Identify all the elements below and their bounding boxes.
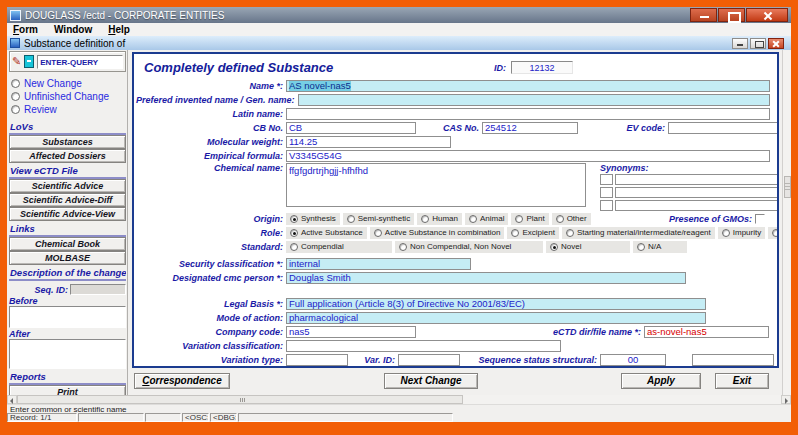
mode-of-action-field[interactable]: pharmacological — [286, 312, 706, 324]
radio-icon[interactable] — [772, 229, 779, 237]
name-field[interactable]: AS novel-nas5 — [286, 80, 770, 92]
cmc-person-label: Designated cmc person *: — [136, 273, 286, 283]
mdi-close-icon[interactable] — [768, 38, 784, 49]
sequence-status-secondary-field[interactable] — [692, 354, 774, 366]
standard-option[interactable]: Novel — [546, 241, 630, 253]
radio-icon[interactable] — [515, 215, 523, 223]
radio-icon[interactable] — [347, 215, 355, 223]
radio-icon[interactable] — [374, 229, 382, 237]
scroll-right-icon[interactable] — [781, 395, 791, 404]
ectd-name-field[interactable]: as-novel-nas5 — [644, 326, 769, 338]
latin-name-field[interactable] — [286, 108, 770, 120]
radio-icon[interactable] — [11, 92, 20, 101]
role-label: Role: — [136, 228, 286, 238]
close-icon[interactable] — [746, 8, 788, 22]
variation-type-field[interactable] — [286, 354, 348, 366]
synonym-field[interactable] — [615, 200, 779, 211]
gmo-checkbox[interactable] — [755, 214, 765, 224]
before-textarea[interactable] — [9, 306, 126, 328]
vertical-scrollbar-thumb[interactable] — [784, 176, 791, 198]
enter-query-indicator: ENTER-QUERY — [37, 55, 123, 69]
role-option[interactable]: Active Substance in combination — [370, 227, 505, 239]
origin-option[interactable]: Plant — [511, 213, 548, 225]
menu-item-window[interactable]: Window — [54, 24, 92, 35]
radio-icon[interactable] — [566, 229, 574, 237]
cmc-person-field[interactable]: Douglas Smith — [286, 272, 686, 284]
horizontal-scrollbar[interactable] — [7, 395, 791, 404]
exit-door-icon[interactable] — [24, 55, 34, 68]
after-textarea[interactable] — [9, 339, 126, 369]
radio-new-change[interactable]: New Change — [11, 77, 126, 90]
menu-item-help[interactable]: Help — [108, 24, 130, 35]
molecular-weight-field[interactable]: 114.25 — [286, 136, 451, 148]
radio-icon[interactable] — [722, 229, 730, 237]
variation-classification-field[interactable] — [286, 340, 561, 352]
radio-icon[interactable] — [11, 105, 20, 114]
menu-item-form[interactable]: Form — [13, 24, 38, 35]
apply-button[interactable]: Apply — [621, 373, 701, 389]
standard-option[interactable]: N/A — [633, 241, 687, 253]
radio-icon[interactable] — [290, 243, 298, 251]
chemical-name-textarea[interactable]: ffgfgdrtrjhgjj-hfhfhd — [286, 163, 586, 207]
maximize-icon[interactable] — [718, 8, 745, 22]
chemical-book-button[interactable]: Chemical Book — [9, 237, 126, 251]
molbase-button[interactable]: MOLBASE — [9, 251, 126, 265]
invented-name-field[interactable] — [298, 94, 770, 106]
vertical-scrollbar[interactable] — [782, 50, 791, 395]
company-code-field[interactable]: nas5 — [286, 326, 416, 338]
status-cell — [238, 413, 453, 422]
seq-id-field[interactable] — [70, 284, 126, 295]
empirical-formula-field[interactable]: V3345G54G — [286, 150, 770, 162]
standard-option[interactable]: Compendial — [286, 241, 392, 253]
role-option[interactable]: Starting material/intermediate/reagent — [562, 227, 715, 239]
synonym-flag-field[interactable] — [600, 200, 613, 211]
sequence-status-field[interactable]: 00 — [600, 354, 666, 366]
radio-icon[interactable] — [556, 215, 564, 223]
radio-icon[interactable] — [290, 229, 298, 237]
minimize-icon[interactable] — [690, 8, 717, 22]
synonym-field[interactable] — [615, 174, 779, 185]
radio-icon[interactable] — [469, 215, 477, 223]
role-option[interactable]: Impurity — [718, 227, 765, 239]
role-option[interactable]: N/A — [768, 227, 779, 239]
synonym-field[interactable] — [615, 187, 779, 198]
origin-option[interactable]: Animal — [465, 213, 508, 225]
exit-button[interactable]: Exit — [715, 373, 769, 389]
radio-unfinished-change[interactable]: Unfinished Change — [11, 90, 126, 103]
scientific-advice-button[interactable]: Scientific Advice — [9, 179, 126, 193]
radio-icon[interactable] — [637, 243, 645, 251]
origin-option[interactable]: Human — [417, 213, 462, 225]
edit-pencil-icon[interactable]: ✎ — [12, 56, 21, 67]
mdi-restore-icon[interactable] — [750, 38, 766, 49]
synonym-flag-field[interactable] — [600, 174, 613, 185]
horizontal-scrollbar-thumb[interactable] — [17, 395, 463, 404]
role-option[interactable]: Active Substance — [286, 227, 367, 239]
legal-basis-field[interactable]: Full application (Article 8(3) of Direct… — [286, 298, 706, 310]
scientific-advice-view-button[interactable]: Scientific Advice-View — [9, 207, 126, 221]
radio-icon[interactable] — [11, 79, 20, 88]
var-id-field[interactable] — [398, 354, 460, 366]
security-classification-field[interactable]: internal — [286, 258, 471, 270]
scroll-left-icon[interactable] — [7, 395, 17, 404]
role-option[interactable]: Excipient — [507, 227, 558, 239]
radio-review[interactable]: Review — [11, 103, 126, 116]
origin-option[interactable]: Semi-synthetic — [343, 213, 414, 225]
synonym-flag-field[interactable] — [600, 187, 613, 198]
substances-button[interactable]: Substances — [9, 135, 126, 149]
scientific-advice-diff-button[interactable]: Scientific Advice-Diff — [9, 193, 126, 207]
radio-icon[interactable] — [399, 243, 407, 251]
next-change-button[interactable]: Next Change — [384, 373, 478, 389]
mdi-minimize-icon[interactable] — [732, 38, 748, 49]
radio-icon[interactable] — [550, 243, 558, 251]
origin-option[interactable]: Synthesis — [286, 213, 340, 225]
correspondence-button[interactable]: Correspondence — [134, 373, 230, 389]
origin-option[interactable]: Other — [552, 213, 591, 225]
cas-no-field[interactable]: 254512 — [482, 122, 578, 134]
standard-option[interactable]: Non Compendial, Non Novel — [395, 241, 543, 253]
radio-icon[interactable] — [290, 215, 298, 223]
cb-no-field[interactable]: CB — [286, 122, 416, 134]
radio-icon[interactable] — [511, 229, 519, 237]
affected-dossiers-button[interactable]: Affected Dossiers — [9, 149, 126, 163]
ev-code-field[interactable] — [668, 122, 779, 134]
radio-icon[interactable] — [421, 215, 429, 223]
